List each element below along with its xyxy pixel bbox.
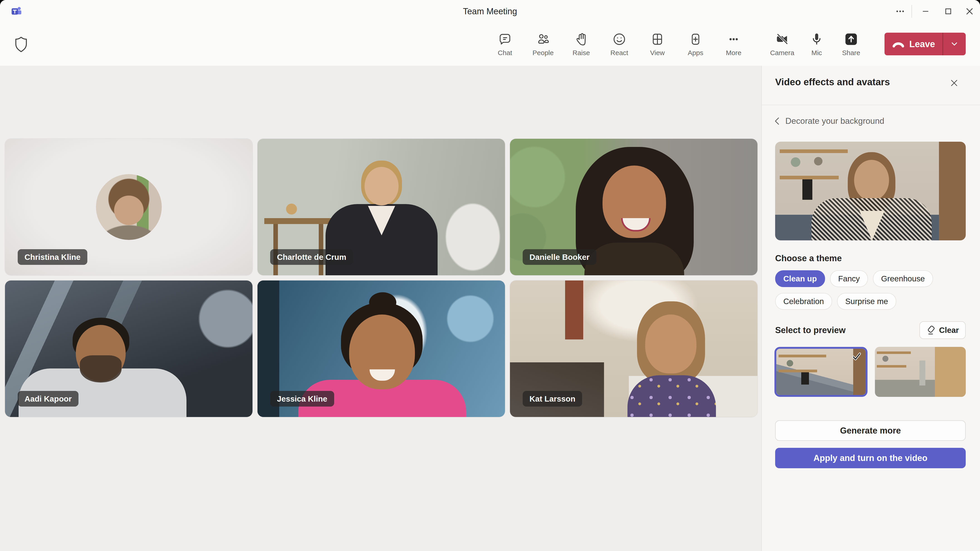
apply-button[interactable]: Apply and turn on the video [775, 448, 966, 468]
toolbar-center-group: Chat People Raise [486, 23, 753, 66]
react-label: React [611, 49, 628, 56]
chevron-left-icon [773, 116, 780, 126]
theme-pill-greenhouse[interactable]: Greenhouse [873, 270, 933, 287]
maximize-button[interactable] [937, 0, 959, 23]
panel-header-divider [762, 105, 980, 105]
panel-title: Video effects and avatars [775, 77, 890, 87]
more-actions-button[interactable]: More [714, 23, 753, 66]
video-tile-charlotte[interactable]: Charlotte de Crum [258, 139, 505, 275]
leave-split-button: Leave [885, 33, 966, 55]
participant-name-badge: Danielle Booker [523, 249, 597, 265]
video-tile-danielle[interactable]: Danielle Booker [510, 139, 757, 275]
participant-name-badge: Charlotte de Crum [270, 249, 353, 265]
participant-name-badge: Christina Kline [18, 249, 88, 265]
video-gallery: Christina Kline Charlotte de Crum Daniel… [0, 66, 761, 551]
theme-pill-celebration[interactable]: Celebration [775, 293, 832, 310]
view-button[interactable]: View [638, 23, 676, 66]
raise-hand-button[interactable]: Raise [562, 23, 600, 66]
leave-label: Leave [909, 39, 935, 49]
apps-button[interactable]: Apps [676, 23, 714, 66]
participant-name-badge: Jessica Kline [270, 391, 334, 407]
title-bar: Team Meeting [0, 0, 980, 23]
toolbar-device-group: Camera Mic Share [765, 23, 869, 66]
more-label: More [726, 49, 741, 56]
video-tile-aadi[interactable]: Aadi Kapoor [5, 281, 253, 417]
raise-label: Raise [573, 49, 590, 56]
select-preview-row: Select to preview Clear [775, 322, 966, 339]
share-label: Share [842, 49, 860, 56]
titlebar-divider [912, 5, 912, 18]
avatar [96, 174, 162, 240]
background-preview-image [775, 142, 966, 240]
back-to-decorate-button[interactable]: Decorate your background [773, 116, 884, 126]
background-thumbnail-2[interactable] [875, 347, 966, 397]
theme-pill-clean-up[interactable]: Clean up [775, 270, 825, 287]
people-label: People [533, 49, 554, 56]
view-label: View [650, 49, 665, 56]
mic-toggle-button[interactable]: Mic [799, 23, 834, 66]
teams-meeting-window: Team Meeting Chat [0, 0, 980, 551]
titlebar-more-icon[interactable] [886, 0, 914, 23]
participant-name-badge: Aadi Kapoor [18, 391, 78, 407]
background-thumbnails [775, 347, 966, 398]
video-tile-kat[interactable]: Kat Larsson [510, 281, 757, 417]
video-effects-panel: Video effects and avatars Decorate your … [762, 66, 980, 551]
camera-label: Camera [770, 49, 794, 56]
minimize-button[interactable] [914, 0, 937, 23]
leave-button[interactable]: Leave [885, 33, 943, 55]
selected-check-icon [850, 351, 862, 363]
participant-name-badge: Kat Larsson [523, 391, 582, 407]
theme-pill-fancy[interactable]: Fancy [830, 270, 868, 287]
mic-label: Mic [811, 49, 822, 56]
window-title: Team Meeting [0, 0, 980, 23]
share-button[interactable]: Share [834, 23, 869, 66]
back-label: Decorate your background [785, 116, 884, 126]
generate-more-button[interactable]: Generate more [775, 421, 966, 441]
hang-up-icon [892, 40, 905, 49]
close-panel-button[interactable] [946, 75, 962, 91]
eraser-icon [926, 325, 935, 335]
background-thumbnail-selected[interactable] [775, 347, 867, 397]
close-window-button[interactable] [959, 0, 980, 23]
theme-pill-group: Clean up Fancy Greenhouse Celebration Su… [775, 270, 970, 310]
clear-label: Clear [939, 326, 959, 335]
clear-button[interactable]: Clear [920, 321, 966, 339]
security-shield-icon[interactable] [13, 36, 29, 53]
chat-button[interactable]: Chat [486, 23, 524, 66]
leave-options-chevron[interactable] [943, 33, 966, 55]
select-preview-heading: Select to preview [775, 326, 845, 335]
apps-label: Apps [688, 49, 703, 56]
people-button[interactable]: People [524, 23, 562, 66]
video-tile-jessica[interactable]: Jessica Kline [258, 281, 505, 417]
react-button[interactable]: React [600, 23, 638, 66]
camera-toggle-button[interactable]: Camera [765, 23, 799, 66]
chat-label: Chat [498, 49, 512, 56]
theme-heading: Choose a theme [775, 254, 842, 263]
video-tile-christina[interactable]: Christina Kline [5, 139, 253, 275]
meeting-toolbar: Chat People Raise [0, 23, 980, 66]
theme-pill-surprise-me[interactable]: Surprise me [837, 293, 896, 310]
